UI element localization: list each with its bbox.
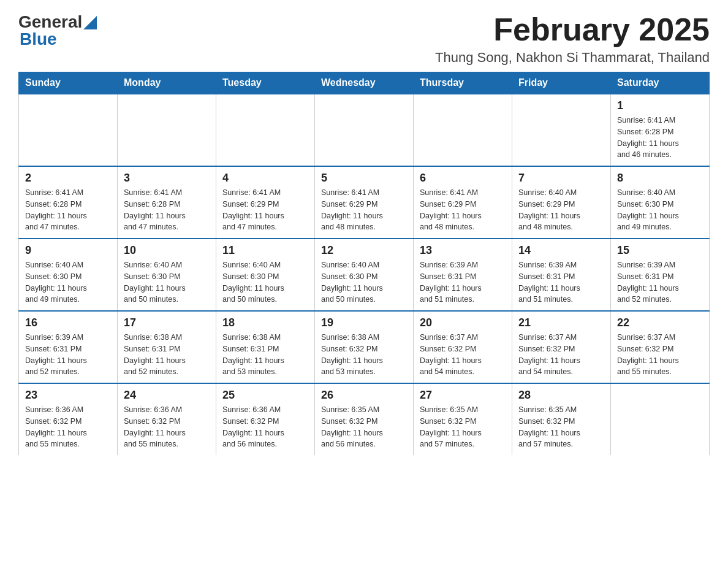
calendar-cell-week2-day5: 6Sunrise: 6:41 AM Sunset: 6:29 PM Daylig… [414, 166, 512, 239]
day-info: Sunrise: 6:39 AM Sunset: 6:31 PM Dayligh… [617, 259, 703, 305]
calendar-cell-week3-day3: 11Sunrise: 6:40 AM Sunset: 6:30 PM Dayli… [216, 239, 315, 311]
day-info: Sunrise: 6:36 AM Sunset: 6:32 PM Dayligh… [25, 404, 111, 450]
day-info: Sunrise: 6:37 AM Sunset: 6:32 PM Dayligh… [518, 332, 604, 378]
day-info: Sunrise: 6:40 AM Sunset: 6:30 PM Dayligh… [222, 259, 308, 305]
day-number: 5 [321, 172, 407, 185]
day-info: Sunrise: 6:37 AM Sunset: 6:32 PM Dayligh… [420, 332, 506, 378]
day-info: Sunrise: 6:41 AM Sunset: 6:28 PM Dayligh… [617, 115, 703, 161]
calendar-cell-week4-day4: 19Sunrise: 6:38 AM Sunset: 6:32 PM Dayli… [315, 311, 414, 383]
calendar-cell-week3-day7: 15Sunrise: 6:39 AM Sunset: 6:31 PM Dayli… [611, 239, 710, 311]
week-row-1: 1Sunrise: 6:41 AM Sunset: 6:28 PM Daylig… [19, 94, 710, 166]
page-subtitle: Thung Song, Nakhon Si Thammarat, Thailan… [435, 50, 710, 66]
calendar-cell-week3-day4: 12Sunrise: 6:40 AM Sunset: 6:30 PM Dayli… [315, 239, 414, 311]
day-number: 24 [124, 389, 210, 402]
calendar-cell-week2-day3: 4Sunrise: 6:41 AM Sunset: 6:29 PM Daylig… [216, 166, 315, 239]
calendar-cell-week1-day2 [118, 94, 216, 166]
day-info: Sunrise: 6:35 AM Sunset: 6:32 PM Dayligh… [420, 404, 506, 450]
day-info: Sunrise: 6:36 AM Sunset: 6:32 PM Dayligh… [222, 404, 308, 450]
day-number: 9 [25, 244, 111, 257]
calendar-cell-week5-day7 [611, 383, 710, 455]
header-thursday: Thursday [414, 72, 512, 94]
day-info: Sunrise: 6:39 AM Sunset: 6:31 PM Dayligh… [25, 332, 111, 378]
day-number: 28 [518, 389, 604, 402]
day-number: 14 [518, 244, 604, 257]
calendar-cell-week3-day1: 9Sunrise: 6:40 AM Sunset: 6:30 PM Daylig… [19, 239, 118, 311]
day-info: Sunrise: 6:41 AM Sunset: 6:28 PM Dayligh… [25, 187, 111, 233]
calendar-cell-week4-day5: 20Sunrise: 6:37 AM Sunset: 6:32 PM Dayli… [414, 311, 512, 383]
header-sunday: Sunday [19, 72, 118, 94]
day-info: Sunrise: 6:41 AM Sunset: 6:28 PM Dayligh… [124, 187, 210, 233]
day-info: Sunrise: 6:41 AM Sunset: 6:29 PM Dayligh… [321, 187, 407, 233]
header-tuesday: Tuesday [216, 72, 315, 94]
day-number: 26 [321, 389, 407, 402]
day-info: Sunrise: 6:41 AM Sunset: 6:29 PM Dayligh… [222, 187, 308, 233]
day-number: 11 [222, 244, 308, 257]
day-number: 8 [617, 172, 703, 185]
day-number: 12 [321, 244, 407, 257]
day-info: Sunrise: 6:38 AM Sunset: 6:31 PM Dayligh… [222, 332, 308, 378]
calendar-cell-week4-day2: 17Sunrise: 6:38 AM Sunset: 6:31 PM Dayli… [118, 311, 216, 383]
day-number: 1 [617, 99, 703, 112]
calendar-cell-week5-day3: 25Sunrise: 6:36 AM Sunset: 6:32 PM Dayli… [216, 383, 315, 455]
day-number: 10 [124, 244, 210, 257]
calendar-table: SundayMondayTuesdayWednesdayThursdayFrid… [18, 72, 710, 455]
day-info: Sunrise: 6:40 AM Sunset: 6:30 PM Dayligh… [124, 259, 210, 305]
day-number: 17 [124, 316, 210, 329]
day-info: Sunrise: 6:35 AM Sunset: 6:32 PM Dayligh… [321, 404, 407, 450]
day-info: Sunrise: 6:40 AM Sunset: 6:30 PM Dayligh… [321, 259, 407, 305]
day-info: Sunrise: 6:37 AM Sunset: 6:32 PM Dayligh… [617, 332, 703, 378]
day-number: 13 [420, 244, 506, 257]
day-info: Sunrise: 6:40 AM Sunset: 6:30 PM Dayligh… [617, 187, 703, 233]
week-row-4: 16Sunrise: 6:39 AM Sunset: 6:31 PM Dayli… [19, 311, 710, 383]
calendar-cell-week5-day2: 24Sunrise: 6:36 AM Sunset: 6:32 PM Dayli… [118, 383, 216, 455]
calendar-cell-week5-day1: 23Sunrise: 6:36 AM Sunset: 6:32 PM Dayli… [19, 383, 118, 455]
calendar-cell-week4-day7: 22Sunrise: 6:37 AM Sunset: 6:32 PM Dayli… [611, 311, 710, 383]
day-info: Sunrise: 6:39 AM Sunset: 6:31 PM Dayligh… [420, 259, 506, 305]
calendar-cell-week5-day5: 27Sunrise: 6:35 AM Sunset: 6:32 PM Dayli… [414, 383, 512, 455]
day-info: Sunrise: 6:40 AM Sunset: 6:29 PM Dayligh… [518, 187, 604, 233]
day-number: 16 [25, 316, 111, 329]
day-number: 6 [420, 172, 506, 185]
day-info: Sunrise: 6:35 AM Sunset: 6:32 PM Dayligh… [518, 404, 604, 450]
day-number: 27 [420, 389, 506, 402]
calendar-cell-week1-day3 [216, 94, 315, 166]
day-info: Sunrise: 6:38 AM Sunset: 6:31 PM Dayligh… [124, 332, 210, 378]
day-info: Sunrise: 6:40 AM Sunset: 6:30 PM Dayligh… [25, 259, 111, 305]
day-info: Sunrise: 6:41 AM Sunset: 6:29 PM Dayligh… [420, 187, 506, 233]
day-number: 3 [124, 172, 210, 185]
logo-blue-text: Blue [20, 29, 57, 49]
header-friday: Friday [512, 72, 611, 94]
calendar-cell-week2-day2: 3Sunrise: 6:41 AM Sunset: 6:28 PM Daylig… [118, 166, 216, 239]
calendar-cell-week5-day6: 28Sunrise: 6:35 AM Sunset: 6:32 PM Dayli… [512, 383, 611, 455]
day-number: 4 [222, 172, 308, 185]
day-info: Sunrise: 6:39 AM Sunset: 6:31 PM Dayligh… [518, 259, 604, 305]
calendar-cell-week1-day4 [315, 94, 414, 166]
logo-triangle-icon [83, 16, 97, 29]
day-number: 25 [222, 389, 308, 402]
calendar-cell-week2-day1: 2Sunrise: 6:41 AM Sunset: 6:28 PM Daylig… [19, 166, 118, 239]
day-number: 2 [25, 172, 111, 185]
day-number: 20 [420, 316, 506, 329]
calendar-cell-week2-day7: 8Sunrise: 6:40 AM Sunset: 6:30 PM Daylig… [611, 166, 710, 239]
page-header: General Blue February 2025 Thung Song, N… [18, 12, 710, 66]
title-section: February 2025 Thung Song, Nakhon Si Tham… [435, 12, 710, 66]
calendar-cell-week5-day4: 26Sunrise: 6:35 AM Sunset: 6:32 PM Dayli… [315, 383, 414, 455]
day-number: 7 [518, 172, 604, 185]
calendar-cell-week2-day6: 7Sunrise: 6:40 AM Sunset: 6:29 PM Daylig… [512, 166, 611, 239]
page-title: February 2025 [435, 12, 710, 47]
calendar-header-row: SundayMondayTuesdayWednesdayThursdayFrid… [19, 72, 710, 94]
calendar-cell-week1-day5 [414, 94, 512, 166]
logo: General Blue [18, 12, 97, 49]
header-wednesday: Wednesday [315, 72, 414, 94]
day-info: Sunrise: 6:38 AM Sunset: 6:32 PM Dayligh… [321, 332, 407, 378]
calendar-cell-week4-day6: 21Sunrise: 6:37 AM Sunset: 6:32 PM Dayli… [512, 311, 611, 383]
calendar-cell-week3-day2: 10Sunrise: 6:40 AM Sunset: 6:30 PM Dayli… [118, 239, 216, 311]
svg-marker-0 [83, 16, 97, 29]
calendar-cell-week3-day6: 14Sunrise: 6:39 AM Sunset: 6:31 PM Dayli… [512, 239, 611, 311]
week-row-5: 23Sunrise: 6:36 AM Sunset: 6:32 PM Dayli… [19, 383, 710, 455]
day-number: 15 [617, 244, 703, 257]
header-saturday: Saturday [611, 72, 710, 94]
week-row-2: 2Sunrise: 6:41 AM Sunset: 6:28 PM Daylig… [19, 166, 710, 239]
day-number: 19 [321, 316, 407, 329]
calendar-cell-week1-day6 [512, 94, 611, 166]
